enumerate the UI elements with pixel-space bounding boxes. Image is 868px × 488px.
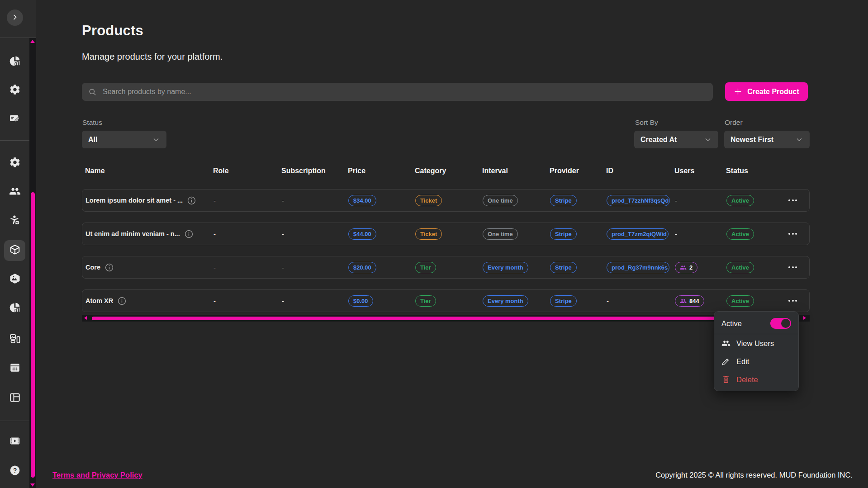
app-root: ? Products Manage products for your plat… xyxy=(0,0,868,488)
category-badge: Ticket xyxy=(415,195,442,206)
terms-privacy-link[interactable]: Terms and Privacy Policy xyxy=(52,471,142,479)
analytics-pie-icon xyxy=(9,55,21,69)
status-filter-label: Status xyxy=(82,118,102,127)
sidebar-scrollbar-thumb[interactable] xyxy=(31,192,35,478)
menu-item-delete[interactable]: Delete xyxy=(714,370,798,389)
menu-item-label: Delete xyxy=(736,375,758,384)
users-icon xyxy=(680,298,687,304)
card-edit-icon xyxy=(9,113,21,126)
column-header-interval: Interval xyxy=(482,167,550,175)
sidebar-header xyxy=(0,0,36,38)
info-icon[interactable] xyxy=(118,297,126,305)
price-badge: $34.00 xyxy=(348,195,376,206)
layout-icon xyxy=(9,392,21,405)
sidebar-item-member-check[interactable] xyxy=(0,211,29,232)
svg-text:?: ? xyxy=(13,467,17,474)
sidebar-item-devices[interactable] xyxy=(0,329,29,350)
users-icon xyxy=(721,339,730,348)
sidebar-item-help[interactable]: ? xyxy=(0,461,29,482)
price-badge: $0.00 xyxy=(348,295,373,307)
info-icon[interactable] xyxy=(187,196,196,205)
role-value: - xyxy=(213,197,282,204)
users-badge: 844 xyxy=(675,295,704,307)
sort-by-select[interactable]: Created At xyxy=(634,131,718,148)
menu-item-label: View Users xyxy=(736,339,774,348)
chevron-down-icon xyxy=(152,136,160,144)
sidebar-item-card-edit[interactable] xyxy=(0,109,29,130)
row-context-menu: Active View Users Edit Delete xyxy=(714,311,799,391)
product-name: Ut enim ad minim veniam - n... xyxy=(85,230,180,237)
create-product-label: Create Product xyxy=(747,88,799,96)
active-toggle[interactable] xyxy=(770,318,791,329)
member-check-icon xyxy=(9,214,21,228)
row-actions-button[interactable] xyxy=(786,297,800,304)
status-filter-select[interactable]: All xyxy=(82,131,166,148)
sidebar-item-media-cube[interactable] xyxy=(0,269,29,290)
users-count: 2 xyxy=(689,264,693,271)
menu-item-view-users[interactable]: View Users xyxy=(714,334,798,352)
menu-active-row: Active xyxy=(714,314,798,334)
create-product-button[interactable]: Create Product xyxy=(725,82,808,101)
scroll-left-arrow-icon[interactable] xyxy=(84,316,87,320)
scroll-up-arrow-icon[interactable] xyxy=(30,40,35,43)
products-box-icon xyxy=(9,244,21,257)
sidebar-item-video[interactable] xyxy=(0,431,29,452)
role-value: - xyxy=(213,297,282,305)
column-header-role: Role xyxy=(213,167,281,175)
sidebar-item-products[interactable] xyxy=(4,240,25,261)
order-select[interactable]: Newest First xyxy=(724,131,810,148)
category-badge: Ticket xyxy=(415,228,442,240)
status-filter-value: All xyxy=(88,136,97,144)
horizontal-scrollbar-thumb[interactable] xyxy=(92,317,796,320)
info-icon[interactable] xyxy=(105,263,114,272)
sidebar-item-layout[interactable] xyxy=(0,388,29,409)
role-value: - xyxy=(213,264,282,271)
category-badge: Tier xyxy=(415,262,436,273)
pencil-icon xyxy=(721,357,730,366)
sidebar-scrollbar[interactable] xyxy=(29,38,36,488)
search-box xyxy=(82,83,713,101)
row-actions-button[interactable] xyxy=(786,264,800,271)
sidebar-item-users[interactable] xyxy=(0,182,29,203)
users-icon xyxy=(9,185,21,199)
scroll-down-arrow-icon[interactable] xyxy=(30,483,35,487)
product-name: Core xyxy=(85,264,100,271)
column-header-status: Status xyxy=(726,167,782,175)
table-row: Core - - $20.00 Tier Every month Stripe … xyxy=(82,256,810,279)
analytics-pie-icon xyxy=(9,302,21,315)
chevron-down-icon xyxy=(795,136,803,144)
plus-icon xyxy=(734,87,742,96)
column-header-provider: Provider xyxy=(550,167,606,175)
subscription-value: - xyxy=(282,230,348,238)
status-badge: Active xyxy=(726,262,754,273)
page-title: Products xyxy=(82,23,143,39)
subscription-value: - xyxy=(282,197,348,204)
sidebar-item-settings-2[interactable] xyxy=(0,153,29,174)
active-toggle-label: Active xyxy=(721,319,742,328)
order-label: Order xyxy=(725,118,743,127)
column-header-category: Category xyxy=(415,167,482,175)
sidebar-item-settings[interactable] xyxy=(0,80,29,101)
info-icon[interactable] xyxy=(185,230,193,238)
row-actions-button[interactable] xyxy=(786,197,800,204)
product-id-badge: prod_T7zzhNf3qsQd xyxy=(607,195,670,206)
scroll-right-arrow-icon[interactable] xyxy=(803,316,806,320)
status-badge: Active xyxy=(726,295,754,307)
users-badge: 2 xyxy=(675,262,697,273)
subscription-value: - xyxy=(282,264,348,271)
interval-badge: One time xyxy=(483,228,518,240)
sidebar-item-calendar[interactable] xyxy=(0,358,29,379)
search-input[interactable] xyxy=(102,87,707,96)
category-badge: Tier xyxy=(415,295,436,307)
settings-gear-icon xyxy=(9,84,21,97)
sidebar-item-analytics-2[interactable] xyxy=(0,298,29,319)
search-icon xyxy=(88,88,97,96)
users-value: - xyxy=(675,197,726,204)
table-horizontal-scrollbar[interactable] xyxy=(82,315,810,322)
sidebar-item-analytics[interactable] xyxy=(0,52,29,72)
row-actions-button[interactable] xyxy=(786,230,800,237)
menu-item-edit[interactable]: Edit xyxy=(714,352,798,370)
price-badge: $20.00 xyxy=(348,262,376,273)
sidebar-collapse-button[interactable] xyxy=(7,9,23,26)
users-icon xyxy=(680,264,687,271)
